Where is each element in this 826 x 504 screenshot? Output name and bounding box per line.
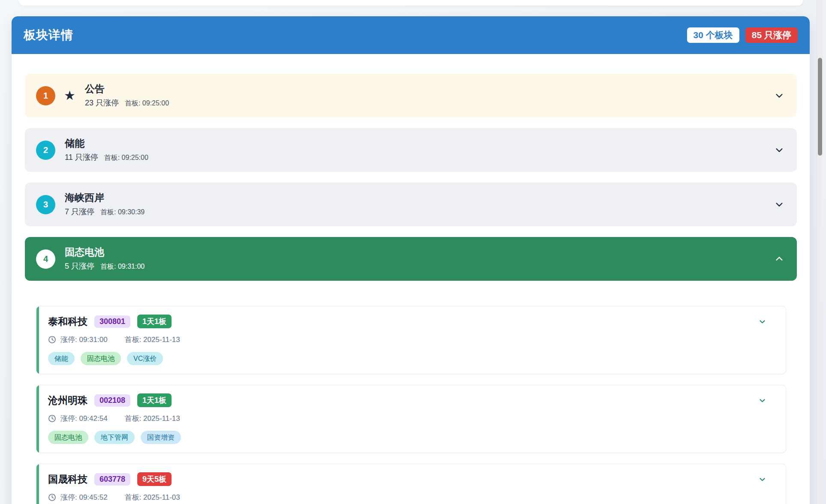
first-board-date: 首板: 2025-11-13 <box>125 335 180 345</box>
scrollbar-thumb[interactable] <box>818 58 822 156</box>
tag: 固态电池 <box>81 352 121 365</box>
sector-meta: 11 只涨停 首板: 09:25:00 <box>65 152 148 162</box>
stock-card-cangzhoumingzhu[interactable]: 沧州明珠 002108 1天1板 涨停: 09:42:54 首板: 2025-1… <box>36 385 786 453</box>
header-badges: 30 个板块 85 只涨停 <box>687 27 798 43</box>
sector-meta: 23 只涨停 首板: 09:25:00 <box>85 98 169 108</box>
tag: 国资增资 <box>141 431 181 444</box>
clock-icon <box>48 336 56 344</box>
clock-icon <box>48 414 56 423</box>
stock-name: 泰和科技 <box>48 315 87 328</box>
stock-card-taihekeji[interactable]: 泰和科技 300801 1天1板 涨停: 09:31:00 首板: 2025-1… <box>36 306 786 374</box>
panel-header: 板块详情 30 个板块 85 只涨停 <box>12 16 810 54</box>
star-icon: ★ <box>64 89 75 102</box>
limitup-count: 11 只涨停 <box>65 152 98 162</box>
sector-name: 固态电池 <box>65 246 145 258</box>
stock-title-row: 泰和科技 300801 1天1板 <box>48 315 775 328</box>
streak-badge: 9天5板 <box>137 472 172 486</box>
stock-meta: 涨停: 09:31:00 首板: 2025-11-13 <box>48 335 775 345</box>
expanded-stock-list: 泰和科技 300801 1天1板 涨停: 09:31:00 首板: 2025-1… <box>25 291 797 504</box>
chevron-down-icon[interactable] <box>759 318 766 325</box>
sector-detail-panel: 板块详情 30 个板块 85 只涨停 1 ★ 公告 23 只涨停 首板: 09:… <box>12 16 810 504</box>
sector-row-gonggao[interactable]: 1 ★ 公告 23 只涨停 首板: 09:25:00 <box>25 74 797 117</box>
stock-code-badge: 300801 <box>94 315 130 328</box>
limitup-time: 涨停: 09:42:54 <box>60 414 108 423</box>
first-board-time: 首板: 09:25:00 <box>104 153 148 162</box>
stock-title-row: 国晟科技 603778 9天5板 <box>48 472 775 486</box>
first-board-date: 首板: 2025-11-03 <box>125 492 180 502</box>
stock-name: 国晟科技 <box>48 473 87 486</box>
sector-info: 海峡西岸 7 只涨停 首板: 09:30:39 <box>65 192 145 217</box>
limitup-time: 涨停: 09:31:00 <box>60 335 108 345</box>
chevron-down-icon[interactable] <box>759 476 766 483</box>
rank-badge: 2 <box>36 141 55 160</box>
limitup-time: 涨停: 09:45:52 <box>60 492 108 502</box>
sector-list: 1 ★ 公告 23 只涨停 首板: 09:25:00 2 储能 11 只涨停 首… <box>12 54 810 504</box>
scrollbar-track[interactable] <box>817 0 823 504</box>
limitup-count-badge: 85 只涨停 <box>745 27 798 43</box>
sector-info: 公告 23 只涨停 首板: 09:25:00 <box>85 83 169 108</box>
stock-meta: 涨停: 09:42:54 首板: 2025-11-13 <box>48 414 775 423</box>
first-board-time: 首板: 09:25:00 <box>125 99 169 108</box>
sector-name: 公告 <box>85 83 169 95</box>
stock-card-guoshengkeji[interactable]: 国晟科技 603778 9天5板 涨停: 09:45:52 首板: 2025-1… <box>36 464 786 504</box>
streak-badge: 1天1板 <box>137 393 172 407</box>
page-title: 板块详情 <box>24 27 73 43</box>
streak-badge: 1天1板 <box>137 315 172 328</box>
stock-tags: 储能 固态电池 VC涨价 <box>48 352 775 365</box>
stock-code-badge: 603778 <box>94 473 130 486</box>
stock-name: 沧州明珠 <box>48 394 87 407</box>
first-board-time: 首板: 09:30:39 <box>100 208 145 217</box>
stock-meta: 涨停: 09:45:52 首板: 2025-11-03 <box>48 492 775 502</box>
tag: VC涨价 <box>127 352 163 365</box>
clock-icon <box>48 493 56 501</box>
tag: 地下管网 <box>94 431 135 444</box>
rank-badge: 1 <box>36 86 55 105</box>
limitup-count: 23 只涨停 <box>85 98 119 108</box>
sector-meta: 5 只涨停 首板: 09:31:00 <box>65 261 145 271</box>
first-board-date: 首板: 2025-11-13 <box>125 414 180 423</box>
chevron-down-icon[interactable] <box>775 145 784 155</box>
chevron-up-icon[interactable] <box>775 254 784 264</box>
sector-row-gutaidianchi[interactable]: 4 固态电池 5 只涨停 首板: 09:31:00 <box>25 237 797 281</box>
limitup-count: 7 只涨停 <box>65 207 94 217</box>
sector-name: 海峡西岸 <box>65 192 145 204</box>
previous-card-edge <box>19 0 803 6</box>
sector-row-chuneng[interactable]: 2 储能 11 只涨停 首板: 09:25:00 <box>25 128 797 172</box>
sector-meta: 7 只涨停 首板: 09:30:39 <box>65 207 145 217</box>
sector-info: 储能 11 只涨停 首板: 09:25:00 <box>65 138 148 163</box>
sector-row-haixiaxian[interactable]: 3 海峡西岸 7 只涨停 首板: 09:30:39 <box>25 183 797 226</box>
stock-title-row: 沧州明珠 002108 1天1板 <box>48 393 775 407</box>
rank-badge: 4 <box>36 249 55 269</box>
rank-badge: 3 <box>36 195 55 214</box>
first-board-time: 首板: 09:31:00 <box>100 262 145 271</box>
chevron-down-icon[interactable] <box>775 200 784 209</box>
tag: 储能 <box>48 352 75 365</box>
sector-name: 储能 <box>65 138 148 150</box>
tag: 固态电池 <box>48 431 88 444</box>
stock-code-badge: 002108 <box>94 394 130 407</box>
sector-count-badge: 30 个板块 <box>687 27 739 43</box>
chevron-down-icon[interactable] <box>775 91 784 100</box>
limitup-count: 5 只涨停 <box>65 261 94 271</box>
stock-tags: 固态电池 地下管网 国资增资 <box>48 431 775 444</box>
chevron-down-icon[interactable] <box>759 397 766 404</box>
sector-info: 固态电池 5 只涨停 首板: 09:31:00 <box>65 246 145 272</box>
